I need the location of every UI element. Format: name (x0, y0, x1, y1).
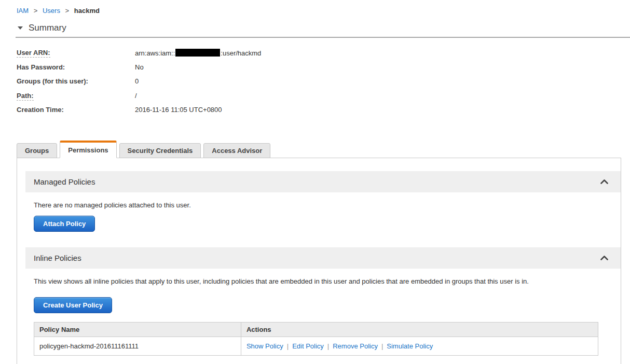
actions-separator: | (381, 342, 383, 350)
show-policy-link[interactable]: Show Policy (246, 342, 283, 350)
creation-time-label: Creation Time: (17, 106, 135, 114)
inline-policies-body: This view shows all inline policies that… (25, 269, 621, 356)
tab-bar: Groups Permissions Security Credentials … (17, 141, 630, 158)
breadcrumb-link-iam[interactable]: IAM (17, 7, 29, 15)
managed-policies-empty-text: There are no managed policies attached t… (34, 201, 605, 209)
user-arn-label[interactable]: User ARN: (17, 49, 135, 57)
tab-permissions[interactable]: Permissions (60, 141, 116, 158)
permissions-tab-panel: Managed Policies There are no managed po… (17, 158, 621, 364)
managed-policies-section: Managed Policies There are no managed po… (25, 171, 621, 247)
column-header-policy-name: Policy Name (34, 322, 241, 337)
field-row-groups: Groups (for this user): 0 (17, 74, 630, 89)
redacted-account-id (175, 49, 220, 57)
inline-policies-description: This view shows all inline policies that… (34, 277, 605, 285)
attach-policy-button[interactable]: Attach Policy (34, 216, 95, 232)
collapse-triangle-icon[interactable] (18, 26, 23, 30)
breadcrumb-current-user: hackmd (74, 7, 100, 15)
path-value: / (135, 92, 137, 100)
edit-policy-link[interactable]: Edit Policy (292, 342, 324, 350)
collapse-chevron-icon[interactable] (600, 179, 608, 184)
policy-table-row: policygen-hackmd-201611161111 Show Polic… (34, 337, 598, 355)
policy-actions-cell: Show Policy|Edit Policy|Remove Policy|Si… (241, 337, 598, 355)
creation-time-value: 2016-11-16 11:05 UTC+0800 (135, 106, 222, 114)
policy-table: Policy Name Actions policygen-hackmd-201… (34, 322, 598, 356)
actions-separator: | (327, 342, 329, 350)
actions-separator: | (287, 342, 289, 350)
column-header-actions: Actions (241, 322, 598, 337)
iam-user-page: IAM > Users > hackmd Summary User ARN: a… (0, 0, 630, 364)
managed-policies-header[interactable]: Managed Policies (25, 171, 621, 192)
inline-policies-title: Inline Policies (34, 254, 81, 262)
breadcrumb-link-users[interactable]: Users (43, 7, 60, 15)
inline-policies-header[interactable]: Inline Policies (25, 247, 621, 269)
managed-policies-body: There are no managed policies attached t… (25, 192, 621, 247)
field-row-user-arn: User ARN: arn:aws:iam:::user/hackmd (17, 46, 630, 60)
field-row-creation-time: Creation Time: 2016-11-16 11:05 UTC+0800 (17, 103, 630, 117)
summary-fields: User ARN: arn:aws:iam:::user/hackmd Has … (17, 46, 630, 117)
policy-name-cell: policygen-hackmd-201611161111 (34, 337, 241, 355)
user-arn-value: arn:aws:iam:::user/hackmd (135, 49, 261, 57)
remove-policy-link[interactable]: Remove Policy (333, 342, 378, 350)
has-password-label: Has Password: (17, 63, 135, 71)
summary-title: Summary (29, 23, 66, 33)
summary-section-header[interactable]: Summary (18, 23, 630, 33)
has-password-value: No (135, 63, 144, 71)
breadcrumb: IAM > Users > hackmd (0, 0, 630, 15)
field-row-path: Path: / (17, 89, 630, 103)
breadcrumb-separator: > (34, 7, 38, 15)
simulate-policy-link[interactable]: Simulate Policy (387, 342, 433, 350)
groups-value: 0 (135, 77, 139, 85)
groups-label: Groups (for this user): (17, 77, 135, 85)
collapse-chevron-icon[interactable] (600, 256, 608, 260)
inline-policies-section: Inline Policies This view shows all inli… (25, 247, 621, 356)
policy-table-header-row: Policy Name Actions (34, 322, 598, 337)
tab-access-advisor[interactable]: Access Advisor (203, 143, 270, 158)
managed-policies-title: Managed Policies (34, 177, 95, 186)
path-label[interactable]: Path: (17, 92, 135, 100)
create-user-policy-button[interactable]: Create User Policy (34, 297, 112, 313)
tab-groups[interactable]: Groups (17, 143, 57, 158)
tab-security-credentials[interactable]: Security Credentials (119, 143, 201, 158)
summary-divider (16, 37, 630, 38)
field-row-has-password: Has Password: No (17, 60, 630, 75)
breadcrumb-separator: > (65, 7, 70, 15)
